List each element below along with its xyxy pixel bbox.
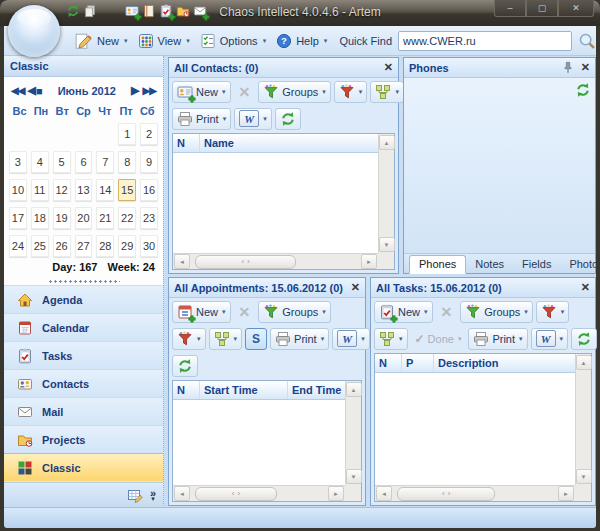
next-month-button[interactable]: ▶ — [131, 84, 139, 97]
filter-button[interactable]: ▾ — [172, 328, 206, 350]
column-header[interactable]: End Time — [288, 381, 345, 399]
column-header[interactable]: N — [173, 381, 200, 399]
view-menu-button[interactable]: View ▾ — [133, 31, 195, 51]
calendar-day[interactable]: 5 — [53, 151, 71, 173]
calendar-day[interactable]: 16 — [140, 179, 158, 201]
refresh-button[interactable] — [172, 355, 198, 377]
scroll-left-button[interactable]: ◄ — [376, 486, 392, 501]
groups-button[interactable]: Groups ▾ — [258, 81, 331, 103]
calendar-day[interactable]: 14 — [96, 179, 114, 201]
calendar-day[interactable]: 27 — [75, 235, 93, 257]
scroll-up-button[interactable]: ▲ — [379, 135, 395, 150]
new-task-button[interactable]: New ▾ — [374, 301, 433, 323]
next-year-button[interactable]: ▶▶ — [143, 85, 156, 96]
calendar-day[interactable]: 2 — [140, 123, 158, 145]
sidebar-item-agenda[interactable]: Agenda — [4, 285, 163, 313]
calendar-day[interactable]: 18 — [31, 207, 49, 229]
maximize-button[interactable]: ▢ — [526, 0, 558, 17]
column-header[interactable]: Description — [434, 354, 575, 372]
refresh-button[interactable] — [571, 328, 597, 350]
scroll-right-button[interactable]: ► — [328, 486, 344, 501]
new-contact-button[interactable]: New ▾ — [172, 81, 231, 103]
calendar-day[interactable]: 9 — [140, 151, 158, 173]
sidebar-item-classic[interactable]: Classic — [4, 453, 163, 481]
configure-buttons-chevron[interactable]: » ▾ — [150, 490, 156, 502]
close-icon[interactable]: ✕ — [581, 61, 590, 74]
calendar-day[interactable]: 22 — [118, 207, 136, 229]
calendar-day[interactable]: 19 — [53, 207, 71, 229]
application-orb-button[interactable] — [8, 5, 60, 57]
new-appointment-button[interactable]: New ▾ — [172, 301, 231, 323]
calendar-day[interactable]: 20 — [75, 207, 93, 229]
vertical-scrollbar[interactable]: ▲ ▼ — [345, 381, 361, 485]
contacts-list-body[interactable] — [173, 153, 378, 253]
view-mode-button[interactable]: ▾ — [374, 328, 408, 350]
calendar-day[interactable]: 12 — [53, 179, 71, 201]
word-export-button[interactable]: W ▾ — [531, 328, 569, 350]
column-header[interactable]: N — [375, 354, 402, 372]
print-button[interactable]: Print ▾ — [468, 328, 527, 350]
today-button[interactable]: ■ — [36, 85, 43, 97]
tab-fields[interactable]: Fields — [513, 256, 560, 273]
word-export-button[interactable]: W ▾ — [234, 108, 272, 130]
sidebar-splitter-handle[interactable] — [4, 278, 163, 285]
close-icon[interactable]: ✕ — [581, 281, 590, 294]
prev-year-button[interactable]: ◀◀ — [11, 85, 24, 96]
scroll-left-button[interactable]: ◄ — [174, 486, 190, 501]
tab-phones[interactable]: Phones — [409, 255, 466, 274]
calendar-day[interactable]: 21 — [96, 207, 114, 229]
calendar-day[interactable]: 26 — [53, 235, 71, 257]
refresh-icon[interactable] — [575, 82, 591, 98]
vertical-scrollbar[interactable]: ▲ ▼ — [575, 354, 591, 485]
sidebar-item-mail[interactable]: Mail — [4, 397, 163, 425]
tab-notes[interactable]: Notes — [466, 256, 513, 273]
scroll-down-button[interactable]: ▼ — [379, 237, 395, 252]
column-header[interactable]: N — [173, 134, 200, 152]
delete-button[interactable]: ✕ — [436, 304, 458, 320]
calendar-day[interactable]: 4 — [31, 151, 49, 173]
done-button[interactable]: ✓ Done ▾ — [411, 331, 466, 347]
view-mode-button[interactable]: ▾ — [209, 328, 243, 350]
calendar-day[interactable]: 1 — [118, 123, 136, 145]
minimize-button[interactable]: – — [494, 0, 526, 17]
help-menu-button[interactable]: Help ▾ — [271, 31, 332, 51]
close-button[interactable]: ✕ — [558, 0, 594, 17]
sidebar-item-tasks[interactable]: Tasks — [4, 341, 163, 369]
calendar-day[interactable]: 6 — [75, 151, 93, 173]
horizontal-scrollbar[interactable]: ◄ ‹› ► — [173, 485, 345, 501]
pin-icon[interactable] — [561, 61, 575, 75]
horizontal-scrollbar[interactable]: ◄ ‹› ► — [173, 253, 378, 269]
print-button[interactable]: Print ▾ — [172, 108, 231, 130]
scroll-up-button[interactable]: ▲ — [576, 355, 592, 370]
scroll-right-button[interactable]: ► — [558, 486, 574, 501]
scroll-up-button[interactable]: ▲ — [346, 382, 362, 397]
groups-button[interactable]: Groups ▾ — [258, 301, 331, 323]
filter-button[interactable]: ▾ — [536, 301, 570, 323]
calendar-day[interactable]: 17 — [9, 207, 27, 229]
print-button[interactable]: Print ▾ — [270, 328, 329, 350]
tasks-list-body[interactable] — [375, 373, 575, 485]
tab-photo[interactable]: Photo — [560, 256, 600, 273]
search-icon[interactable] — [578, 32, 596, 50]
prev-month-button[interactable]: ◀ — [27, 84, 35, 97]
close-icon[interactable]: ✕ — [384, 61, 393, 74]
view-mode-button[interactable]: ▾ — [370, 81, 404, 103]
calendar-day[interactable]: 10 — [9, 179, 27, 201]
scrollbar-thumb[interactable]: ‹› — [195, 487, 277, 501]
scroll-right-button[interactable]: ► — [361, 254, 377, 269]
filter-button[interactable]: ▾ — [334, 81, 368, 103]
sidebar-item-projects[interactable]: Projects — [4, 425, 163, 453]
calendar-day[interactable]: 3 — [9, 151, 27, 173]
calendar-day[interactable]: 29 — [118, 235, 136, 257]
column-header[interactable]: P — [402, 354, 434, 372]
scroll-down-button[interactable]: ▼ — [346, 469, 362, 484]
scrollbar-thumb[interactable]: ‹› — [397, 487, 495, 501]
quick-find-input[interactable] — [398, 31, 572, 51]
scroll-down-button[interactable]: ▼ — [576, 469, 592, 484]
calendar-day[interactable]: 24 — [9, 235, 27, 257]
word-export-button[interactable]: W ▾ — [332, 328, 370, 350]
new-menu-button[interactable]: New ▾ — [70, 30, 133, 52]
options-menu-button[interactable]: Options ▾ — [195, 31, 271, 51]
calendar-day[interactable]: 11 — [31, 179, 49, 201]
delete-button[interactable]: ✕ — [234, 304, 256, 320]
